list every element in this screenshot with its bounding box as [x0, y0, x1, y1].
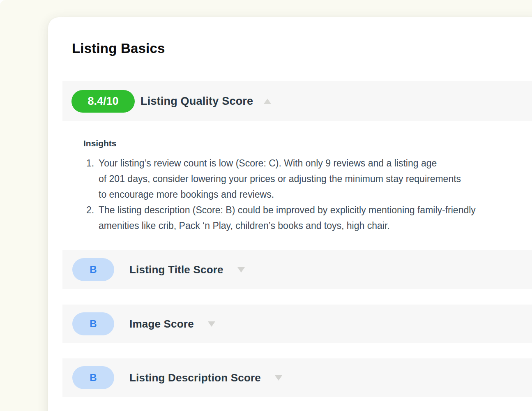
- grade-badge: B: [72, 258, 114, 281]
- insight-text-line: to encourage more bookings and reviews.: [99, 187, 532, 202]
- page-title: Listing Basics: [72, 40, 532, 57]
- insight-item: 2. The listing description (Score: B) co…: [86, 202, 532, 233]
- insight-item-number: 1.: [86, 155, 99, 202]
- section-row-listing-quality-score[interactable]: 8.4/10 Listing Quality Score: [62, 81, 532, 121]
- insight-text-line: The listing description (Score: B) could…: [99, 202, 532, 218]
- insight-text-line: Your listing’s review count is low (Scor…: [99, 155, 532, 171]
- insight-text-line: of 201 days, consider lowering your pric…: [99, 171, 532, 187]
- section-row-label: Image Score: [129, 318, 194, 330]
- grade-badge: B: [72, 366, 114, 389]
- listing-basics-card: Listing Basics 8.4/10 Listing Quality Sc…: [48, 17, 532, 411]
- section-row-label: Listing Title Score: [129, 263, 223, 276]
- insight-item: 1. Your listing’s review count is low (S…: [86, 155, 532, 202]
- insights-list: 1. Your listing’s review count is low (S…: [86, 155, 532, 233]
- section-row-image-score[interactable]: B Image Score: [62, 305, 532, 343]
- insight-text-line: amenities like crib, Pack ‘n Play, child…: [99, 218, 532, 233]
- caret-down-icon[interactable]: [208, 321, 215, 327]
- section-row-label: Listing Quality Score: [140, 95, 253, 108]
- caret-down-icon[interactable]: [237, 267, 245, 272]
- insights-panel: Insights 1. Your listing’s review count …: [83, 138, 532, 233]
- section-row-listing-description-score[interactable]: B Listing Description Score: [62, 358, 532, 397]
- insight-item-number: 2.: [86, 202, 99, 233]
- caret-up-icon[interactable]: [264, 99, 271, 104]
- insights-heading: Insights: [83, 138, 532, 149]
- grade-badge: B: [72, 312, 114, 335]
- section-row-label: Listing Description Score: [129, 372, 261, 384]
- section-row-listing-title-score[interactable]: B Listing Title Score: [62, 250, 532, 289]
- quality-score-badge: 8.4/10: [71, 90, 135, 113]
- caret-down-icon[interactable]: [275, 375, 282, 381]
